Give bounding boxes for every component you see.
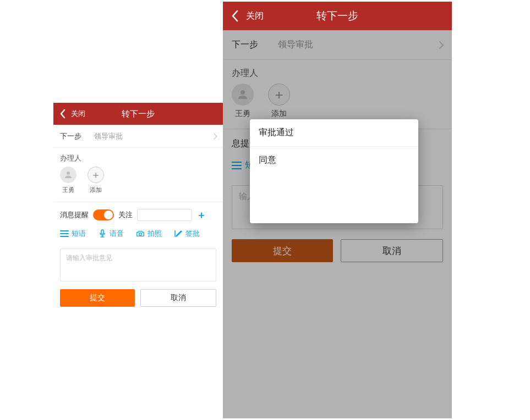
svg-rect-1: [101, 230, 103, 234]
watch-input[interactable]: [137, 209, 192, 221]
popup-item-agree[interactable]: 同意: [250, 146, 418, 174]
titlebar: 关闭 转下一步: [223, 2, 452, 30]
comment-textarea[interactable]: 请输入审批意见: [60, 248, 216, 281]
popup-padding: [250, 174, 418, 223]
notify-toggle[interactable]: [93, 209, 114, 220]
back-button[interactable]: [53, 103, 72, 125]
plus-icon: ＋: [88, 167, 104, 183]
photo-button[interactable]: 拍照: [136, 229, 162, 239]
watch-label: 关注: [118, 210, 133, 220]
add-handler[interactable]: ＋ 添加: [88, 167, 104, 194]
button-row: 提交 取消: [53, 289, 223, 312]
camera-icon: [136, 229, 145, 238]
phrase-button[interactable]: 短语: [60, 229, 86, 239]
add-watcher-button[interactable]: ＋: [196, 210, 206, 220]
next-step-value: 领导审批: [94, 131, 123, 141]
sign-label: 签批: [185, 229, 200, 239]
avatar: [60, 167, 77, 183]
handler-person[interactable]: 王勇: [60, 167, 77, 194]
handler-section-label: 办理人: [53, 148, 223, 165]
microphone-icon: [98, 229, 107, 238]
phone-screen-right: 关闭 转下一步 下一步 领导审批 办理人 王勇 ＋ 添加: [223, 2, 452, 418]
photo-label: 拍照: [147, 229, 162, 239]
close-button[interactable]: 关闭: [71, 109, 85, 119]
svg-point-0: [67, 172, 70, 175]
notify-row: 消息提醒 关注 ＋: [53, 202, 223, 225]
voice-button[interactable]: 语音: [98, 229, 124, 239]
cancel-button[interactable]: 取消: [140, 289, 216, 307]
phrase-popup: 审批通过 同意: [250, 119, 418, 223]
chevron-right-icon: [213, 133, 217, 140]
titlebar: 关闭 转下一步: [53, 103, 223, 125]
phrase-label: 短语: [72, 229, 86, 239]
next-step-row[interactable]: 下一步 领导审批: [53, 125, 223, 148]
chevron-left-icon: [231, 10, 239, 22]
voice-label: 语音: [110, 229, 124, 239]
notify-label: 消息提醒: [60, 210, 89, 220]
submit-button[interactable]: 提交: [60, 289, 135, 307]
back-button[interactable]: [223, 2, 247, 30]
comment-placeholder: 请输入审批意见: [66, 254, 112, 262]
close-button[interactable]: 关闭: [246, 10, 264, 22]
phone-screen-left: 关闭 转下一步 下一步 领导审批 办理人 王勇 ＋ 添加 消息提醒 关注 ＋: [53, 103, 223, 312]
popup-item-approved[interactable]: 审批通过: [250, 119, 418, 146]
sign-button[interactable]: 签批: [174, 229, 200, 239]
add-label: 添加: [90, 186, 102, 194]
handler-name: 王勇: [62, 186, 74, 194]
svg-point-2: [139, 233, 141, 235]
pen-icon: [174, 229, 183, 238]
person-icon: [63, 170, 73, 180]
next-step-label: 下一步: [60, 131, 94, 141]
action-toolbar: 短语 语音 拍照 签批: [53, 225, 223, 245]
menu-lines-icon: [60, 229, 69, 238]
handler-people: 王勇 ＋ 添加: [53, 165, 223, 202]
chevron-left-icon: [59, 109, 66, 119]
